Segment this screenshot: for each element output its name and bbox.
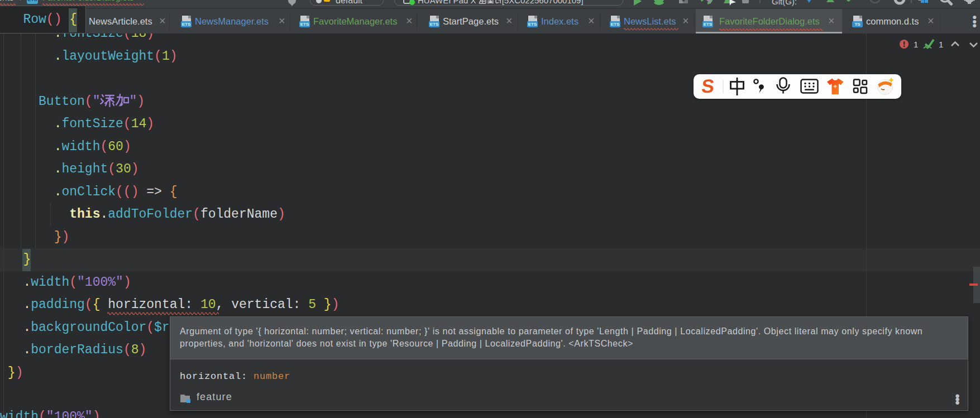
svg-text:1: 1	[914, 40, 918, 49]
svg-text:S: S	[700, 75, 715, 97]
svg-text:Git(G):: Git(G):	[772, 0, 797, 6]
svg-text:1: 1	[939, 40, 943, 49]
